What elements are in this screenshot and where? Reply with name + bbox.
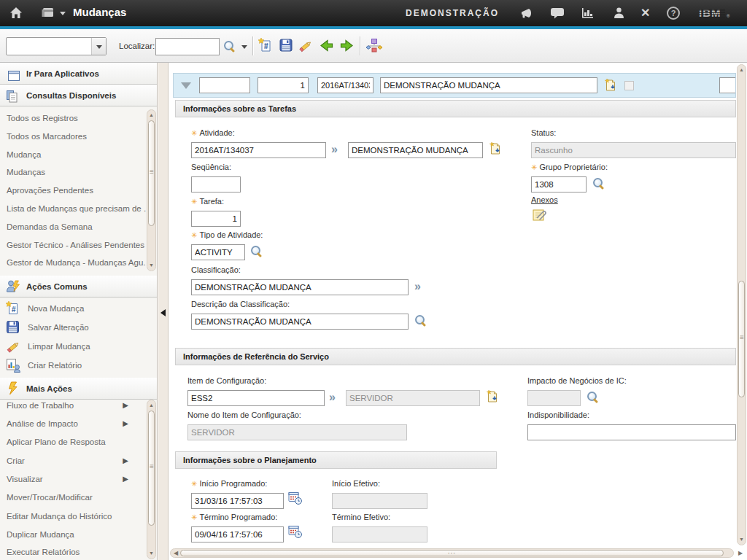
query-item[interactable]: Todos os Registros bbox=[0, 109, 146, 127]
go-to-caret-icon[interactable] bbox=[60, 12, 66, 15]
detail-menu-icon[interactable] bbox=[485, 389, 499, 406]
query-item[interactable]: Gestor de Mudança - Mudanças Agu... bbox=[0, 254, 146, 271]
attachments-icon[interactable] bbox=[532, 207, 547, 225]
home-icon[interactable] bbox=[9, 6, 23, 23]
more-action-item[interactable]: Editar Mudança do Histórico bbox=[0, 508, 146, 525]
scroll-up-icon[interactable]: ▲ bbox=[147, 111, 155, 120]
more-action-item[interactable]: Visualizar▶ bbox=[0, 470, 146, 488]
query-item[interactable]: Gestor Técnico - Análises Pendentes bbox=[0, 236, 146, 254]
main-vertical-scrollbar[interactable]: ▲ ▼ bbox=[737, 64, 746, 545]
select-value-icon[interactable] bbox=[250, 245, 263, 257]
task-field-input[interactable] bbox=[199, 77, 250, 93]
action-limpar-mudanca[interactable]: Limpar Mudança bbox=[0, 337, 146, 356]
atividade-desc-input[interactable] bbox=[348, 142, 483, 158]
more-action-item[interactable]: Criar▶ bbox=[0, 452, 146, 470]
detail-menu-icon[interactable] bbox=[488, 141, 502, 158]
classificacao-input[interactable] bbox=[191, 279, 409, 295]
task-right-input[interactable] bbox=[719, 77, 736, 93]
query-item[interactable]: Mudanças bbox=[0, 163, 146, 181]
more-action-item[interactable]: Fluxo de Trabalho▶ bbox=[0, 397, 146, 414]
inicio-programado-input[interactable] bbox=[191, 493, 284, 509]
atividade-input[interactable] bbox=[191, 142, 326, 158]
task-activity-id-input[interactable] bbox=[317, 77, 374, 93]
scroll-up-icon[interactable]: ▲ bbox=[147, 401, 155, 410]
go-to-detail-chevrons[interactable]: » bbox=[414, 281, 419, 292]
feedback-icon[interactable] bbox=[550, 7, 565, 23]
localizar-input[interactable] bbox=[155, 38, 220, 55]
sequencia-input[interactable] bbox=[191, 176, 241, 192]
action-nova-mudanca[interactable]: # Nova Mudança bbox=[0, 299, 146, 318]
more-action-item[interactable]: Mover/Trocar/Modificar bbox=[0, 489, 146, 506]
search-options-caret-icon[interactable] bbox=[241, 45, 247, 49]
save-icon[interactable] bbox=[279, 38, 295, 54]
search-icon[interactable] bbox=[223, 40, 236, 52]
row-checkbox[interactable] bbox=[624, 81, 634, 90]
scrollbar-thumb[interactable] bbox=[180, 550, 724, 556]
query-item[interactable]: Todos os Marcadores bbox=[0, 128, 146, 145]
indisponibilidade-input[interactable] bbox=[527, 424, 736, 440]
query-item[interactable]: Mudança bbox=[0, 146, 146, 163]
sidebar-splitter[interactable] bbox=[158, 63, 169, 560]
status-readonly bbox=[531, 142, 736, 158]
detail-menu-icon[interactable] bbox=[603, 78, 617, 95]
grupo-proprietario-input[interactable] bbox=[531, 176, 587, 192]
indisponibilidade-label: Indisponibilidade: bbox=[527, 411, 589, 419]
tipo-atividade-input[interactable] bbox=[191, 244, 245, 260]
scrollbar-thumb[interactable] bbox=[148, 411, 155, 526]
tarefa-input[interactable] bbox=[191, 211, 241, 227]
main-horizontal-scrollbar[interactable]: ◀ bbox=[170, 548, 734, 558]
query-item[interactable]: Lista de Mudanças que precisam de ... bbox=[0, 200, 146, 217]
collapse-sidebar-icon[interactable] bbox=[160, 309, 166, 316]
sidebar-item-go-to-apps[interactable]: Ir Para Aplicativos bbox=[0, 63, 157, 85]
reports-icon[interactable] bbox=[581, 7, 595, 22]
select-value-icon[interactable] bbox=[592, 177, 605, 190]
task-sequence-input[interactable] bbox=[258, 77, 309, 93]
more-action-item[interactable]: Duplicar Mudança bbox=[0, 526, 146, 543]
select-date-icon[interactable] bbox=[288, 524, 303, 542]
workflow-icon[interactable] bbox=[365, 38, 383, 54]
anexos-link[interactable]: Anexos bbox=[531, 195, 558, 204]
new-record-icon[interactable]: # bbox=[258, 38, 274, 54]
profile-icon[interactable] bbox=[613, 7, 625, 22]
item-configuracao-input[interactable] bbox=[187, 390, 325, 406]
impacto-negocios-readonly bbox=[527, 390, 581, 406]
common-actions-header[interactable]: Ações Comuns bbox=[0, 276, 157, 298]
clear-icon[interactable] bbox=[298, 38, 314, 54]
descricao-classificacao-input[interactable] bbox=[191, 314, 409, 330]
query-item[interactable]: Demandas da Semana bbox=[0, 218, 146, 236]
scroll-down-icon[interactable]: ▼ bbox=[738, 535, 746, 544]
more-action-item[interactable]: Executar Relatórios bbox=[0, 543, 146, 560]
action-criar-relatorio[interactable]: Criar Relatório bbox=[0, 356, 146, 375]
sign-out-icon[interactable]: ✕ bbox=[640, 7, 650, 20]
more-actions-scrollbar[interactable]: ▲ ▼ bbox=[147, 400, 156, 559]
scroll-left-icon[interactable]: ◀ bbox=[171, 549, 180, 557]
more-action-item[interactable]: Análise de Impacto▶ bbox=[0, 415, 146, 432]
help-icon[interactable]: ? bbox=[667, 7, 680, 20]
select-value-icon[interactable] bbox=[414, 314, 427, 327]
query-item[interactable]: Aprovações Pendentes bbox=[0, 182, 146, 199]
scrollbar-thumb[interactable] bbox=[738, 281, 745, 397]
action-salvar-alteracao[interactable]: Salvar Alteração bbox=[0, 318, 146, 337]
scroll-right-icon[interactable]: ▶ bbox=[735, 548, 746, 558]
select-date-icon[interactable] bbox=[288, 491, 303, 508]
task-activity-desc-input[interactable] bbox=[380, 77, 597, 93]
scroll-up-icon[interactable]: ▲ bbox=[738, 66, 746, 74]
scrollbar-thumb[interactable] bbox=[148, 120, 155, 226]
queries-scrollbar[interactable]: ▲ ▼ bbox=[147, 109, 156, 271]
section-header-referencia-servico: Informações de Referência do Serviço bbox=[175, 348, 736, 365]
expand-row-icon[interactable] bbox=[181, 82, 191, 89]
more-action-item[interactable]: Aplicar Plano de Resposta bbox=[0, 433, 146, 451]
go-to-detail-chevrons[interactable]: » bbox=[329, 392, 333, 403]
query-combobox-caret[interactable] bbox=[91, 38, 106, 55]
bulletins-icon[interactable] bbox=[519, 7, 536, 23]
query-combobox[interactable] bbox=[6, 37, 107, 55]
scroll-down-icon[interactable]: ▼ bbox=[147, 549, 155, 558]
next-record-icon[interactable] bbox=[338, 38, 355, 54]
termino-programado-input[interactable] bbox=[191, 526, 284, 542]
select-value-icon[interactable] bbox=[587, 391, 599, 403]
go-to-menu-icon[interactable] bbox=[41, 7, 55, 22]
previous-record-icon[interactable] bbox=[319, 38, 335, 54]
queries-section-header[interactable]: Consultas Disponíveis bbox=[0, 85, 157, 106]
go-to-detail-chevrons[interactable]: » bbox=[331, 144, 336, 155]
scroll-down-icon[interactable]: ▼ bbox=[147, 261, 155, 270]
